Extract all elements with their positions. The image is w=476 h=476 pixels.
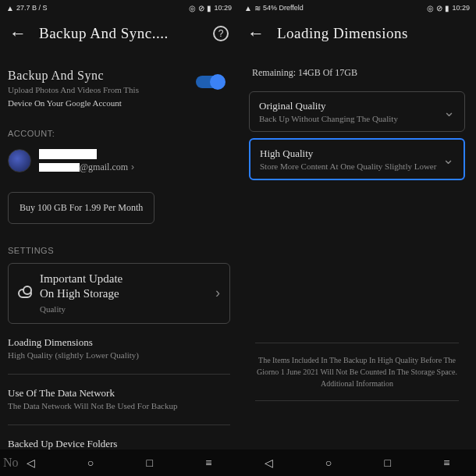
loading-dimensions-item[interactable]: Loading Dimensions High Quality (slightl… [8,336,230,368]
help-icon[interactable]: ? [213,26,229,41]
backup-sync-toggle[interactable] [196,76,224,88]
avatar [8,149,31,172]
app-bar: ← Loading Dimensions [238,16,476,52]
footnote: The Items Included In The Backup In High… [255,354,459,389]
device-folders-item[interactable]: Backed Up Device Folders [8,438,230,449]
alarm-off-icon: ⊘ [198,4,204,12]
page-title: Loading Dimensions [277,25,467,42]
back-icon[interactable]: ← [9,23,27,44]
backup-sync-heading: Backup And Sync [8,69,139,83]
settings-label: SETTINGS [8,246,230,255]
option-high-quality[interactable]: High Quality Store More Content At One Q… [249,138,465,180]
clock: 10:29 [214,4,232,12]
status-bar: ▲ ≋ 54% Dreffeld ◎ ⊘ ▮ 10:29 [238,0,476,16]
wifi-icon: ≋ [254,4,261,12]
signal-icon: ▲ [6,4,14,12]
chevron-down-icon: › [131,162,134,172]
chevron-down-icon: ⌄ [442,151,454,168]
navigation-bar: ◁ ○ □ ≡ [238,449,476,476]
buy-storage-button[interactable]: Buy 100 GB For 1.99 Per Month [8,192,155,224]
data-network-item[interactable]: Use Of The Data Network The Data Network… [8,387,230,418]
signal-icon: ▲ [244,4,252,12]
network-speed: 27.7 B / S [16,4,48,12]
alarm-off-icon: ⊘ [436,4,442,12]
account-name-redacted [39,149,97,159]
nav-back-icon[interactable]: ◁ [265,456,273,469]
backup-sync-toggle-row[interactable]: Backup And Sync Upload Photos And Videos… [8,55,230,110]
clock: 10:29 [452,4,470,12]
remaining-storage: Remaining: 14GB Of 17GB [252,67,468,79]
nav-back-icon[interactable]: ◁ [27,456,35,469]
screen-backup-sync: ▲ 27.7 B / S ◎ ⊘ ▮ 10:29 ← Backup And Sy… [0,0,238,476]
account-label: ACCOUNT: [8,129,230,138]
nav-home-icon[interactable]: ○ [325,456,332,469]
screen-loading-dimensions: ▲ ≋ 54% Dreffeld ◎ ⊘ ▮ 10:29 ← Loading D… [238,0,476,476]
app-bar: ← Backup And Sync.... ? [0,16,238,52]
chevron-down-icon: ⌄ [443,103,455,120]
battery-icon: ▮ [207,4,211,12]
status-bar: ▲ 27.7 B / S ◎ ⊘ ▮ 10:29 [0,0,238,16]
important-update-card[interactable]: Important Update On High Storage Quality… [8,263,230,324]
vibrate-icon: ◎ [189,4,196,12]
nav-home-icon[interactable]: ○ [87,456,94,469]
nav-menu-icon[interactable]: ≡ [205,456,211,469]
nav-recent-icon[interactable]: □ [147,456,153,469]
nav-menu-icon[interactable]: ≡ [443,456,449,469]
cloud-icon [18,289,32,298]
back-icon[interactable]: ← [247,23,265,44]
nav-recent-icon[interactable]: □ [385,456,391,469]
battery-icon: ▮ [445,4,449,12]
page-title: Backup And Sync.... [39,25,201,42]
network-label: 54% Dreffeld [263,4,304,12]
navigation-bar: No ◁ ○ □ ≡ [0,449,238,476]
vibrate-icon: ◎ [427,4,434,12]
chevron-right-icon: › [215,285,220,301]
option-original-quality[interactable]: Original Quality Back Up Without Changin… [249,91,465,132]
account-email-redacted [39,163,80,172]
account-row[interactable]: @gmail.com› [8,149,230,173]
